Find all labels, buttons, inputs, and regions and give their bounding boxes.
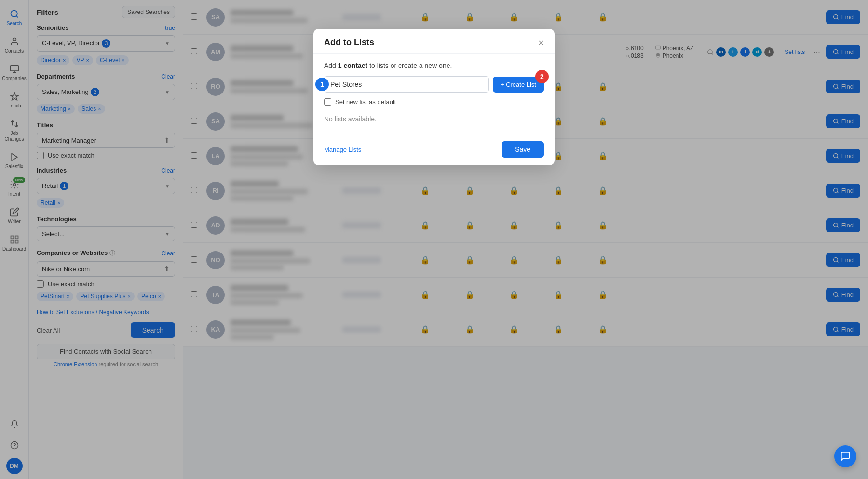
step-2-badge: 2 [535, 70, 549, 83]
set-default-label[interactable]: Set new list as default [335, 98, 396, 106]
contact-count: 1 contact [338, 62, 367, 69]
modal-search-row: 1 2 + Create List [324, 76, 544, 93]
chat-button-container [834, 445, 856, 467]
list-search-input[interactable] [324, 76, 489, 93]
set-default-checkbox[interactable] [324, 98, 331, 106]
no-lists-text: No lists available. [324, 111, 544, 127]
modal-overlay[interactable]: Add to Lists × Add 1 contact to lists or… [0, 0, 868, 479]
modal-description: Add 1 contact to lists or create a new o… [324, 62, 544, 69]
manage-lists-link[interactable]: Manage Lists [324, 146, 361, 153]
app-container: Search Contacts Companies Enrich Job Cha… [0, 0, 868, 479]
modal-body: Add 1 contact to lists or create a new o… [313, 54, 555, 136]
save-button[interactable]: Save [502, 141, 544, 158]
modal-header: Add to Lists × [313, 29, 555, 54]
modal-footer: Manage Lists Save [313, 136, 555, 165]
modal-title: Add to Lists [324, 38, 374, 48]
set-default-row: Set new list as default [324, 98, 544, 106]
step-1-badge: 1 [315, 78, 329, 91]
modal-close-button[interactable]: × [538, 38, 544, 48]
add-to-lists-modal: Add to Lists × Add 1 contact to lists or… [313, 29, 555, 165]
chat-button[interactable] [834, 445, 856, 467]
